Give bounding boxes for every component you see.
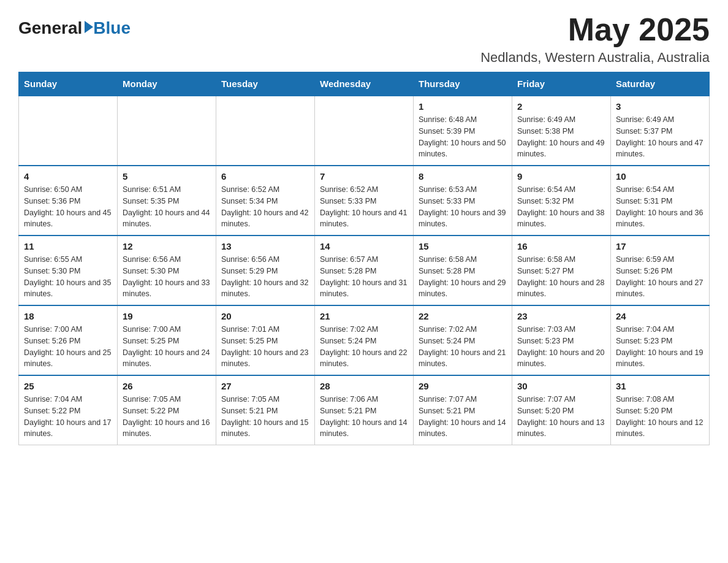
calendar-header-row: Sunday Monday Tuesday Wednesday Thursday… <box>19 72 710 96</box>
logo-text-blue: Blue <box>93 18 131 37</box>
day-info: Sunrise: 7:07 AMSunset: 5:20 PMDaylight:… <box>517 394 605 440</box>
day-info: Sunrise: 7:05 AMSunset: 5:22 PMDaylight:… <box>123 394 211 440</box>
day-number: 23 <box>517 311 605 321</box>
table-row: 20Sunrise: 7:01 AMSunset: 5:25 PMDayligh… <box>216 305 315 375</box>
day-number: 17 <box>616 241 704 251</box>
table-row: 29Sunrise: 7:07 AMSunset: 5:21 PMDayligh… <box>414 375 512 445</box>
day-info: Sunrise: 6:55 AMSunset: 5:30 PMDaylight:… <box>24 254 112 300</box>
calendar-week-row: 1Sunrise: 6:48 AMSunset: 5:39 PMDaylight… <box>19 96 710 166</box>
day-number: 10 <box>616 171 704 182</box>
table-row: 1Sunrise: 6:48 AMSunset: 5:39 PMDaylight… <box>414 96 512 166</box>
day-info: Sunrise: 7:07 AMSunset: 5:21 PMDaylight:… <box>419 394 507 440</box>
day-info: Sunrise: 6:48 AMSunset: 5:39 PMDaylight:… <box>419 114 507 160</box>
table-row: 3Sunrise: 6:49 AMSunset: 5:37 PMDaylight… <box>611 96 710 166</box>
header-sunday: Sunday <box>19 72 118 96</box>
day-info: Sunrise: 6:53 AMSunset: 5:33 PMDaylight:… <box>419 184 507 230</box>
day-info: Sunrise: 7:01 AMSunset: 5:25 PMDaylight:… <box>221 324 309 370</box>
calendar-week-row: 18Sunrise: 7:00 AMSunset: 5:26 PMDayligh… <box>19 305 710 375</box>
day-number: 6 <box>221 171 309 182</box>
day-number: 5 <box>123 171 211 182</box>
table-row: 10Sunrise: 6:54 AMSunset: 5:31 PMDayligh… <box>611 166 710 236</box>
day-info: Sunrise: 6:52 AMSunset: 5:34 PMDaylight:… <box>221 184 309 230</box>
day-info: Sunrise: 6:52 AMSunset: 5:33 PMDaylight:… <box>320 184 408 230</box>
day-info: Sunrise: 6:59 AMSunset: 5:26 PMDaylight:… <box>616 254 704 300</box>
day-number: 30 <box>517 381 605 391</box>
header-monday: Monday <box>118 72 216 96</box>
day-number: 2 <box>517 101 605 112</box>
table-row: 2Sunrise: 6:49 AMSunset: 5:38 PMDaylight… <box>512 96 611 166</box>
table-row: 31Sunrise: 7:08 AMSunset: 5:20 PMDayligh… <box>611 375 710 445</box>
table-row <box>118 96 216 166</box>
title-section: May 2025 Nedlands, Western Australia, Au… <box>480 12 710 66</box>
day-number: 3 <box>616 101 704 112</box>
day-info: Sunrise: 6:56 AMSunset: 5:30 PMDaylight:… <box>123 254 211 300</box>
day-info: Sunrise: 7:06 AMSunset: 5:21 PMDaylight:… <box>320 394 408 440</box>
logo-text-general: General <box>18 18 82 38</box>
table-row: 28Sunrise: 7:06 AMSunset: 5:21 PMDayligh… <box>315 375 414 445</box>
table-row: 21Sunrise: 7:02 AMSunset: 5:24 PMDayligh… <box>315 305 414 375</box>
table-row: 30Sunrise: 7:07 AMSunset: 5:20 PMDayligh… <box>512 375 611 445</box>
table-row: 7Sunrise: 6:52 AMSunset: 5:33 PMDaylight… <box>315 166 414 236</box>
day-info: Sunrise: 6:54 AMSunset: 5:32 PMDaylight:… <box>517 184 605 230</box>
day-info: Sunrise: 7:04 AMSunset: 5:22 PMDaylight:… <box>24 394 112 440</box>
table-row <box>19 96 118 166</box>
day-number: 12 <box>123 241 211 251</box>
table-row: 19Sunrise: 7:00 AMSunset: 5:25 PMDayligh… <box>118 305 216 375</box>
location-title: Nedlands, Western Australia, Australia <box>480 50 710 66</box>
table-row: 16Sunrise: 6:58 AMSunset: 5:27 PMDayligh… <box>512 236 611 305</box>
day-number: 8 <box>419 171 507 182</box>
table-row: 25Sunrise: 7:04 AMSunset: 5:22 PMDayligh… <box>19 375 118 445</box>
table-row: 12Sunrise: 6:56 AMSunset: 5:30 PMDayligh… <box>118 236 216 305</box>
month-title: May 2025 <box>480 12 710 47</box>
table-row: 8Sunrise: 6:53 AMSunset: 5:33 PMDaylight… <box>414 166 512 236</box>
day-number: 4 <box>24 171 112 182</box>
day-number: 14 <box>320 241 408 251</box>
table-row: 15Sunrise: 6:58 AMSunset: 5:28 PMDayligh… <box>414 236 512 305</box>
day-number: 11 <box>24 241 112 251</box>
table-row: 6Sunrise: 6:52 AMSunset: 5:34 PMDaylight… <box>216 166 315 236</box>
day-info: Sunrise: 6:57 AMSunset: 5:28 PMDaylight:… <box>320 254 408 300</box>
day-number: 21 <box>320 311 408 321</box>
day-info: Sunrise: 7:04 AMSunset: 5:23 PMDaylight:… <box>616 324 704 370</box>
day-info: Sunrise: 6:49 AMSunset: 5:37 PMDaylight:… <box>616 114 704 160</box>
day-number: 13 <box>221 241 309 251</box>
table-row: 18Sunrise: 7:00 AMSunset: 5:26 PMDayligh… <box>19 305 118 375</box>
day-number: 26 <box>123 381 211 391</box>
table-row <box>216 96 315 166</box>
logo: General Blue <box>18 18 131 38</box>
day-info: Sunrise: 6:50 AMSunset: 5:36 PMDaylight:… <box>24 184 112 230</box>
day-info: Sunrise: 6:51 AMSunset: 5:35 PMDaylight:… <box>123 184 211 230</box>
calendar-table: Sunday Monday Tuesday Wednesday Thursday… <box>18 72 710 445</box>
day-number: 15 <box>419 241 507 251</box>
header-wednesday: Wednesday <box>315 72 414 96</box>
table-row: 17Sunrise: 6:59 AMSunset: 5:26 PMDayligh… <box>611 236 710 305</box>
calendar-week-row: 11Sunrise: 6:55 AMSunset: 5:30 PMDayligh… <box>19 236 710 305</box>
table-row: 22Sunrise: 7:02 AMSunset: 5:24 PMDayligh… <box>414 305 512 375</box>
day-number: 27 <box>221 381 309 391</box>
header-saturday: Saturday <box>611 72 710 96</box>
header-friday: Friday <box>512 72 611 96</box>
day-info: Sunrise: 6:54 AMSunset: 5:31 PMDaylight:… <box>616 184 704 230</box>
table-row: 9Sunrise: 6:54 AMSunset: 5:32 PMDaylight… <box>512 166 611 236</box>
table-row: 13Sunrise: 6:56 AMSunset: 5:29 PMDayligh… <box>216 236 315 305</box>
table-row: 11Sunrise: 6:55 AMSunset: 5:30 PMDayligh… <box>19 236 118 305</box>
day-number: 31 <box>616 381 704 391</box>
day-info: Sunrise: 7:05 AMSunset: 5:21 PMDaylight:… <box>221 394 309 440</box>
day-info: Sunrise: 7:00 AMSunset: 5:25 PMDaylight:… <box>123 324 211 370</box>
calendar-week-row: 25Sunrise: 7:04 AMSunset: 5:22 PMDayligh… <box>19 375 710 445</box>
day-info: Sunrise: 6:56 AMSunset: 5:29 PMDaylight:… <box>221 254 309 300</box>
table-row: 4Sunrise: 6:50 AMSunset: 5:36 PMDaylight… <box>19 166 118 236</box>
table-row: 23Sunrise: 7:03 AMSunset: 5:23 PMDayligh… <box>512 305 611 375</box>
day-number: 22 <box>419 311 507 321</box>
day-number: 19 <box>123 311 211 321</box>
day-info: Sunrise: 6:58 AMSunset: 5:28 PMDaylight:… <box>419 254 507 300</box>
table-row: 5Sunrise: 6:51 AMSunset: 5:35 PMDaylight… <box>118 166 216 236</box>
day-info: Sunrise: 7:03 AMSunset: 5:23 PMDaylight:… <box>517 324 605 370</box>
day-number: 7 <box>320 171 408 182</box>
calendar-week-row: 4Sunrise: 6:50 AMSunset: 5:36 PMDaylight… <box>19 166 710 236</box>
day-info: Sunrise: 7:02 AMSunset: 5:24 PMDaylight:… <box>320 324 408 370</box>
day-info: Sunrise: 7:08 AMSunset: 5:20 PMDaylight:… <box>616 394 704 440</box>
logo-arrow-icon <box>85 21 93 33</box>
day-number: 25 <box>24 381 112 391</box>
logo-icon: General <box>18 18 93 38</box>
